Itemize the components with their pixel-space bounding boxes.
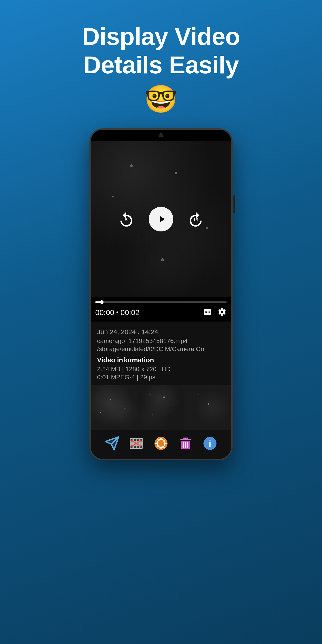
forward-button[interactable]: 15 bbox=[187, 210, 204, 228]
share-button[interactable] bbox=[104, 436, 120, 451]
closed-captions-button[interactable] bbox=[202, 307, 212, 318]
header-title: Display Video Details Easily bbox=[82, 22, 240, 79]
svg-rect-22 bbox=[180, 439, 191, 440]
rewind-button[interactable]: 5 bbox=[118, 210, 135, 228]
video-duration: 0:01 MPEG-4 | 29fps bbox=[97, 374, 225, 381]
edit-button[interactable] bbox=[128, 436, 144, 451]
video-info-area: Jun 24, 2024 . 14:24 camerago_1719253458… bbox=[91, 322, 231, 385]
svg-text:15: 15 bbox=[193, 217, 198, 222]
video-date: Jun 24, 2024 . 14:24 bbox=[97, 328, 225, 336]
svg-rect-7 bbox=[137, 439, 139, 441]
phone-mockup: 5 15 bbox=[90, 128, 232, 460]
video-size: 2.84 MB | 1280 x 720 | HD bbox=[97, 366, 225, 373]
svg-point-15 bbox=[131, 440, 133, 442]
play-button[interactable] bbox=[149, 207, 173, 232]
time-display: 00:00 00:02 bbox=[95, 308, 140, 317]
video-info-label: Video information bbox=[97, 356, 225, 364]
svg-rect-10 bbox=[134, 446, 136, 448]
video-player: 5 15 bbox=[91, 141, 231, 298]
phone-frame: 5 15 bbox=[90, 128, 232, 460]
dust-particle bbox=[161, 258, 164, 262]
front-camera bbox=[159, 133, 163, 138]
current-time: 00:00 bbox=[95, 308, 114, 317]
info-button[interactable]: i bbox=[202, 436, 218, 451]
progress-thumb bbox=[100, 300, 104, 304]
svg-point-16 bbox=[140, 440, 142, 442]
time-separator bbox=[116, 312, 118, 313]
svg-point-17 bbox=[131, 445, 133, 447]
time-bar: 00:00 00:02 bbox=[91, 304, 231, 322]
svg-rect-6 bbox=[134, 439, 136, 441]
dust-particle bbox=[130, 164, 133, 167]
progress-track[interactable] bbox=[95, 302, 227, 303]
total-time: 00:02 bbox=[120, 308, 140, 317]
svg-rect-11 bbox=[137, 446, 139, 448]
settings-button[interactable] bbox=[217, 307, 227, 318]
video-filename: camerago_1719253458176.mp4 bbox=[97, 338, 225, 344]
progress-bar-area[interactable] bbox=[91, 298, 231, 304]
side-button bbox=[234, 196, 235, 213]
dust-particle bbox=[175, 172, 177, 174]
bottom-navigation: i bbox=[91, 430, 231, 459]
svg-point-18 bbox=[140, 445, 142, 447]
phone-notch bbox=[91, 130, 231, 141]
svg-text:5: 5 bbox=[125, 217, 128, 222]
camera-button[interactable] bbox=[153, 436, 169, 451]
progress-fill bbox=[95, 302, 102, 303]
header-emoji: 🤓 bbox=[144, 84, 178, 115]
thumbnail-2[interactable] bbox=[138, 385, 184, 430]
time-controls-right bbox=[202, 307, 227, 318]
svg-rect-21 bbox=[183, 438, 188, 439]
thumbnails-row bbox=[91, 385, 231, 430]
trash-button[interactable] bbox=[178, 436, 194, 451]
dust-particle bbox=[206, 227, 208, 229]
video-controls: 5 15 bbox=[118, 207, 204, 232]
video-path: /storage/emulated/0/DCIM/Camera Go bbox=[97, 346, 225, 353]
svg-marker-1 bbox=[160, 216, 165, 222]
thumbnail-1[interactable] bbox=[91, 385, 138, 430]
thumbnail-3[interactable] bbox=[184, 385, 231, 430]
svg-text:i: i bbox=[209, 439, 211, 448]
